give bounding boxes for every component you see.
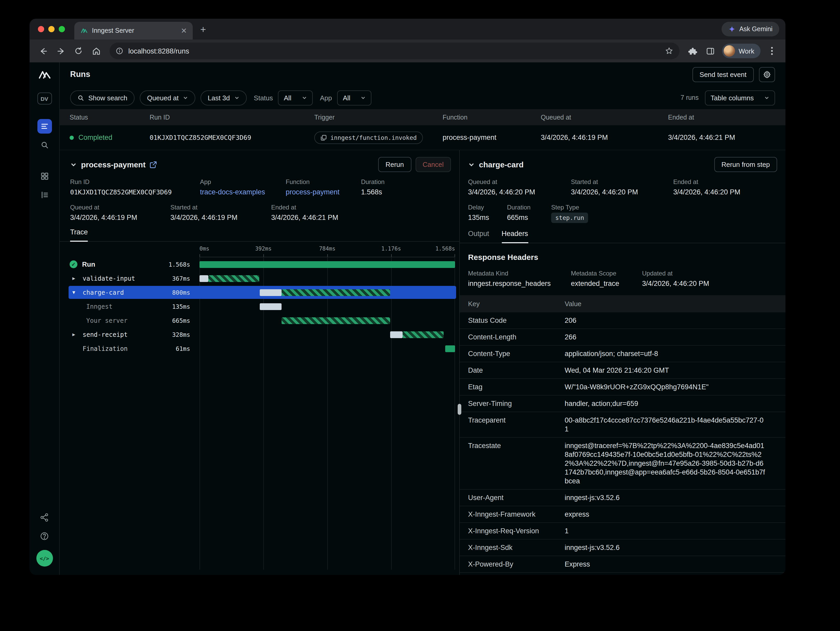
span-toggle-icon[interactable] <box>69 288 78 297</box>
url-bar[interactable]: localhost:8288/runs <box>110 43 679 59</box>
run-detail-panel: process-payment Rerun Cancel Run <box>60 150 785 575</box>
reload-icon[interactable] <box>70 43 87 59</box>
span-toggle-icon[interactable] <box>69 316 78 324</box>
function-link[interactable]: process-payment <box>286 188 361 196</box>
app-link[interactable]: trace-docs-examples <box>200 188 286 196</box>
axis-tick <box>391 254 392 257</box>
span-toggle-icon[interactable] <box>69 302 78 311</box>
span-duration: 135ms <box>172 303 191 310</box>
axis-tick <box>455 254 455 257</box>
span-bar[interactable] <box>199 271 455 285</box>
home-icon[interactable] <box>88 43 104 59</box>
span-bar[interactable] <box>199 313 455 327</box>
span-name: charge-card <box>83 289 124 296</box>
duration-value: 665ms <box>507 213 551 221</box>
trigger-badge[interactable]: inngest/function.invoked <box>314 131 423 144</box>
span-bar[interactable] <box>199 299 455 313</box>
settings-gear-button[interactable] <box>759 67 775 82</box>
column-header: Ended at <box>668 114 785 121</box>
close-window-button[interactable] <box>38 26 44 32</box>
updated-at-value: 3/4/2026, 4:46:20 PM <box>642 280 777 288</box>
divider-drag-handle[interactable] <box>458 404 461 415</box>
browser-menu-icon[interactable] <box>764 43 780 59</box>
tab-headers[interactable]: Headers <box>502 230 528 243</box>
chevron-down-icon <box>361 95 366 100</box>
chevron-down-icon <box>183 95 188 100</box>
filter-bar: Show search Queued at Last 3d Status All <box>60 86 785 109</box>
function-label: Function <box>286 178 361 185</box>
sidebar-item-apps-icon[interactable] <box>37 169 52 183</box>
rerun-button[interactable]: Rerun <box>378 157 411 172</box>
collapse-chevron-icon[interactable] <box>70 161 77 168</box>
tab-trace[interactable]: Trace <box>70 228 88 242</box>
step-pane-header: charge-card Rerun from step <box>460 150 785 176</box>
tab-close-icon[interactable]: ✕ <box>179 26 189 35</box>
sidebar-item-stream-icon[interactable] <box>37 188 52 202</box>
sidebar-item-search-icon[interactable] <box>37 138 52 152</box>
avatar <box>724 45 735 57</box>
trace-span-row[interactable]: Your server 665ms <box>60 313 459 327</box>
bookmark-star-icon[interactable] <box>665 47 673 55</box>
app-sidebar: DV </> <box>30 62 60 575</box>
span-bar[interactable] <box>199 342 455 356</box>
cancel-button[interactable]: Cancel <box>415 157 451 172</box>
span-toggle-icon[interactable] <box>69 330 78 338</box>
browser-tab[interactable]: Inngest Server ✕ <box>74 22 193 40</box>
collapse-chevron-icon[interactable] <box>468 161 475 168</box>
new-tab-button[interactable]: + <box>196 22 210 37</box>
dev-tools-button[interactable]: </> <box>36 550 53 566</box>
site-info-icon[interactable] <box>116 47 123 55</box>
span-bar[interactable] <box>199 257 455 271</box>
span-bar-segment <box>208 275 259 282</box>
axis-tick-label: 392ms <box>255 245 272 251</box>
show-search-button[interactable]: Show search <box>70 90 134 105</box>
duration-label: Duration <box>361 178 451 185</box>
span-toggle-icon[interactable] <box>69 260 77 268</box>
runs-count: 7 runs <box>681 94 699 101</box>
back-icon[interactable] <box>35 43 51 59</box>
sidebar-item-runs[interactable] <box>37 119 52 134</box>
maximize-window-button[interactable] <box>59 26 65 32</box>
trace-span-row[interactable]: send-receipt 328ms <box>60 327 459 342</box>
status-filter-select[interactable]: All <box>278 90 313 105</box>
ask-gemini-button[interactable]: Ask Gemini <box>722 22 779 36</box>
header-row: Content-Length 266 <box>460 329 785 346</box>
span-bar[interactable] <box>199 285 455 299</box>
side-panel-icon[interactable] <box>702 43 719 59</box>
extensions-icon[interactable] <box>685 43 701 59</box>
run-pane: process-payment Rerun Cancel Run <box>60 150 459 575</box>
app-filter-select[interactable]: All <box>337 90 372 105</box>
send-test-event-button[interactable]: Send test event <box>692 67 754 82</box>
span-bar-segment <box>260 289 282 296</box>
help-icon[interactable] <box>37 529 52 542</box>
span-toggle-icon[interactable] <box>69 344 78 353</box>
table-columns-button[interactable]: Table columns <box>705 90 775 105</box>
inngest-logo[interactable] <box>38 70 51 80</box>
rerun-from-step-button[interactable]: Rerun from step <box>714 157 777 172</box>
span-toggle-icon[interactable] <box>69 274 78 283</box>
forward-icon[interactable] <box>52 43 69 59</box>
trace-span-row[interactable]: Inngest 135ms <box>60 299 459 313</box>
pane-divider[interactable] <box>459 150 460 575</box>
span-bar[interactable] <box>199 327 455 342</box>
profile-button[interactable]: Work <box>722 44 761 58</box>
trace-span-row[interactable]: charge-card 800ms <box>60 285 459 299</box>
external-link-icon[interactable] <box>150 161 157 168</box>
minimize-window-button[interactable] <box>48 26 55 32</box>
table-row[interactable]: Completed 01KJXD1TQCZ852GMEX0CQF3D69 inn… <box>60 125 785 150</box>
run-id: 01KJXD1TQCZ852GMEX0CQF3D69 <box>150 134 314 141</box>
time-range-filter[interactable]: Last 3d <box>201 90 246 105</box>
share-icon[interactable] <box>37 511 52 524</box>
tab-output[interactable]: Output <box>468 230 489 243</box>
env-badge[interactable]: DV <box>37 93 52 104</box>
trace-span-row[interactable]: validate-input 367ms <box>60 271 459 285</box>
span-duration: 1.568s <box>169 261 191 268</box>
key-column-header: Key <box>468 300 565 308</box>
queued-at-filter[interactable]: Queued at <box>140 90 195 105</box>
span-name: Finalization <box>83 345 128 352</box>
span-name: Run <box>82 260 95 268</box>
run-meta-row-1: Run ID 01KJXD1TQCZ852GMEX0CQF3D69 App tr… <box>60 176 459 196</box>
trace-span-row[interactable]: Run 1.568s <box>60 257 459 271</box>
trace-span-row[interactable]: Finalization 61ms <box>60 342 459 356</box>
queued-at-label: Queued at <box>147 94 178 101</box>
